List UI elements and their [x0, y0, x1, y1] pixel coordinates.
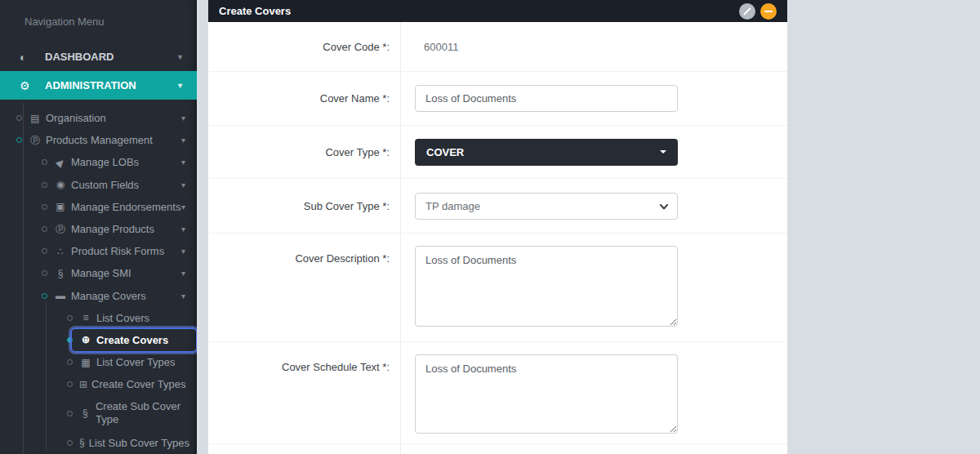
sidebar-item-create-sub-cover-type[interactable]: § Create Sub Cover Type [0, 395, 197, 431]
sidebar-item-label: Product Risk Forms [71, 245, 164, 257]
sidebar-item-label: Manage Endorsements [71, 201, 180, 213]
sidebar-item-list-sub-cover-types[interactable]: § List Sub Cover Types [0, 431, 197, 453]
next-row-partial [208, 444, 787, 454]
sidebar-item-label: Manage LOBs [71, 156, 139, 168]
sidebar-item-label: Manage Products [71, 223, 154, 235]
at-circle-icon: ◉ [54, 180, 67, 189]
chevron-down-icon: ▾ [181, 158, 185, 167]
bullet-icon [67, 440, 73, 446]
cover-code-row: Cover Code *: 600011 [208, 22, 787, 72]
minus-icon [764, 11, 773, 13]
chevron-down-icon: ▾ [181, 203, 185, 211]
bullet-icon [42, 293, 47, 299]
plus-square-icon: ⊞ [79, 380, 87, 389]
bullet-icon [67, 315, 73, 321]
sidebar-item-list-cover-types[interactable]: ▦ List Cover Types [0, 351, 197, 373]
half-circle-icon: ◐ [20, 51, 38, 64]
bullet-icon [42, 226, 47, 232]
sidebar-item-manage-endorsements[interactable]: ▣ Manage Endorsements ▾ [0, 196, 197, 218]
sub-cover-type-row: Sub Cover Type *: TP damage [208, 179, 787, 234]
collapse-button[interactable] [760, 3, 777, 20]
create-covers-panel: Create Covers Cover Code *: 600011 Cover… [208, 0, 787, 454]
sub-cover-type-select[interactable]: TP damage [415, 193, 678, 220]
sidebar-item-create-covers[interactable]: ⊕ Create Covers [0, 329, 197, 351]
sidebar-item-label: Manage SMI [71, 267, 131, 279]
sitemap-icon: ∴ [54, 247, 67, 256]
bullet-icon [42, 270, 47, 276]
sidebar-item-create-cover-types[interactable]: ⊞ Create Cover Types [0, 373, 197, 395]
bullet-icon [42, 204, 47, 210]
cover-code-value: 600011 [424, 41, 458, 53]
table-icon: ▦ [79, 358, 92, 367]
circle-p-icon: Ⓟ [54, 225, 67, 234]
sidebar-item-label: ADMINISTRATION [45, 79, 136, 91]
stack-icon: § [79, 408, 91, 418]
panel-header-buttons [739, 3, 777, 20]
cover-description-label: Cover Description *: [208, 234, 401, 341]
sidebar-item-label: Products Management [46, 134, 153, 146]
administration-submenu: ▤ Organisation ▾ Ⓟ Products Management ▾… [0, 100, 197, 454]
bullet-icon [67, 359, 73, 365]
sidebar-item-label: List Cover Types [96, 356, 176, 368]
stack-icon: § [54, 269, 67, 278]
caret-down-icon [660, 150, 666, 154]
sidebar-item-product-risk-forms[interactable]: ∴ Product Risk Forms ▾ [0, 240, 197, 262]
chevron-down-icon: ▾ [181, 136, 185, 145]
cover-description-textarea[interactable]: Loss of Documents [415, 246, 678, 327]
cover-type-row: Cover Type *: COVER [208, 126, 787, 179]
sidebar: Navigation Menu ◐ DASHBOARD ▾ ⚙ ADMINIST… [0, 0, 197, 454]
sidebar-title: Navigation Menu [0, 0, 197, 42]
list-icon: ≡ [79, 313, 92, 323]
chevron-down-icon: ▾ [181, 292, 185, 300]
sidebar-item-label: Create Sub Cover Type [96, 400, 185, 426]
bullet-icon [67, 381, 73, 387]
cover-type-dropdown[interactable]: COVER [415, 139, 678, 166]
cover-name-input[interactable] [415, 85, 678, 112]
cover-schedule-text-textarea[interactable]: Loss of Documents [415, 354, 678, 434]
chevron-down-icon: ▾ [178, 81, 182, 90]
chevron-down-icon: ▾ [181, 180, 185, 189]
cover-description-row: Cover Description *: Loss of Documents [208, 234, 787, 342]
sidebar-item-label: Manage Covers [71, 290, 146, 302]
building-icon: ▤ [29, 114, 42, 123]
sidebar-item-label: List Sub Cover Types [89, 437, 189, 449]
panel-header: Create Covers [208, 0, 787, 22]
cover-code-label: Cover Code *: [208, 22, 401, 71]
chevron-down-icon: ▾ [178, 52, 182, 61]
cover-schedule-text-label: Cover Schedule Text *: [208, 342, 401, 443]
sidebar-item-label: Create Cover Types [91, 378, 185, 390]
sidebar-item-manage-smi[interactable]: § Manage SMI ▾ [0, 262, 197, 284]
sidebar-item-manage-covers[interactable]: ▬ Manage Covers ▾ [0, 285, 197, 307]
sidebar-item-manage-products[interactable]: Ⓟ Manage Products ▾ [0, 218, 197, 240]
cover-type-selected-value: COVER [426, 146, 464, 158]
bullet-icon [42, 159, 47, 165]
stack-icon: § [79, 438, 85, 447]
pencil-icon [743, 7, 751, 16]
bullet-icon [42, 248, 47, 254]
gear-icon: ⚙ [20, 79, 38, 92]
paper-plane-icon: ▶ [54, 158, 67, 167]
sidebar-item-label: List Covers [96, 312, 149, 324]
sidebar-item-list-covers[interactable]: ≡ List Covers [0, 307, 197, 329]
bullet-icon [42, 182, 47, 188]
sidebar-item-organisation[interactable]: ▤ Organisation ▾ [0, 107, 197, 129]
active-highlight-box [70, 327, 197, 353]
chevron-down-icon: ▾ [181, 225, 185, 234]
panel-title: Create Covers [219, 5, 291, 17]
bullet-icon [16, 137, 22, 143]
sidebar-item-products-management[interactable]: Ⓟ Products Management ▾ [0, 129, 197, 151]
sidebar-item-custom-fields[interactable]: ◉ Custom Fields ▾ [0, 174, 197, 196]
sidebar-item-administration[interactable]: ⚙ ADMINISTRATION ▾ [0, 71, 197, 100]
edit-button[interactable] [739, 3, 755, 20]
chevron-down-icon: ▾ [181, 114, 185, 122]
bullet-icon [67, 411, 73, 416]
page: Navigation Menu ◐ DASHBOARD ▾ ⚙ ADMINIST… [0, 0, 980, 454]
sidebar-item-label: Organisation [46, 112, 106, 124]
cover-schedule-text-row: Cover Schedule Text *: Loss of Documents [208, 342, 787, 444]
envelope-icon: ▣ [54, 202, 67, 211]
sidebar-item-label: Custom Fields [71, 179, 139, 191]
cover-name-label: Cover Name *: [208, 72, 401, 125]
sidebar-item-dashboard[interactable]: ◐ DASHBOARD ▾ [0, 42, 197, 71]
sidebar-item-manage-lobs[interactable]: ▶ Manage LOBs ▾ [0, 151, 197, 173]
cover-name-row: Cover Name *: [208, 72, 787, 126]
